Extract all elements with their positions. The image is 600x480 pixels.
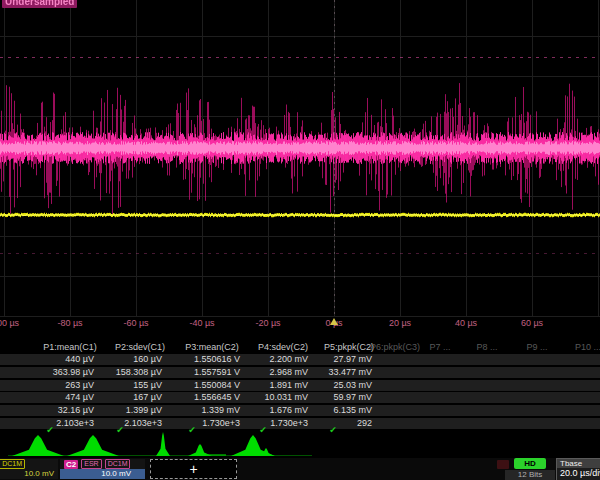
resolution-bits-label: 12 Bits	[505, 470, 555, 480]
timebase-title: Tbase	[557, 459, 600, 468]
oscilloscope-screen: Undersampled -100 µs-80 µs-60 µs-40 µs-2…	[0, 0, 600, 480]
measure-header[interactable]: P4:sdev(C2)	[258, 342, 308, 352]
measure-value: 1.730e+3	[270, 418, 308, 429]
measure-value: 2.103e+3	[124, 418, 162, 429]
measure-value: 167 µV	[133, 392, 162, 403]
hd-mode-badge[interactable]: HD	[514, 458, 546, 469]
channel-c2-descriptor[interactable]: C2 ESR DC1M 10.0 mV	[60, 459, 145, 479]
measure-value: 6.135 mV	[333, 405, 372, 416]
channel-c1-descriptor[interactable]: C1 DC1M 10.0 mV	[0, 459, 58, 479]
time-axis-label: -60 µs	[123, 318, 148, 328]
measure-value: 1.550084 V	[194, 380, 240, 391]
measure-value: 363.98 µV	[53, 367, 94, 378]
measure-row-sdev: 32.16 µV1.399 µV1.339 mV1.676 mV6.135 mV	[0, 405, 600, 416]
measure-row-num: 2.103e+32.103e+31.730e+31.730e+3292	[0, 418, 600, 429]
measure-value: 25.03 mV	[333, 380, 372, 391]
measure-value: 1.550616 V	[194, 354, 240, 365]
measure-value: 2.103e+3	[56, 418, 94, 429]
measure-header[interactable]: P1:mean(C1)	[43, 342, 97, 352]
measure-value: 10.031 mV	[264, 392, 308, 403]
time-axis-label: 40 µs	[455, 318, 477, 328]
measure-header-unused[interactable]: P9 ...	[526, 342, 547, 352]
plus-icon: +	[189, 462, 197, 476]
measure-header-unused[interactable]: P6:pkpk(C3)	[370, 342, 420, 352]
measure-header-unused[interactable]: P10 ...	[575, 342, 600, 352]
measure-value: 1.339 mV	[201, 405, 240, 416]
measure-value: 59.97 mV	[333, 392, 372, 403]
measure-row-min: 263 µV155 µV1.550084 V1.891 mV25.03 mV	[0, 380, 600, 391]
add-trace-button[interactable]: +	[150, 459, 237, 479]
descriptor-bar: C1 DC1M 10.0 mV C2 ESR DC1M 10.0 mV + HD…	[0, 458, 600, 480]
trigger-position-marker[interactable]	[330, 318, 338, 325]
indicator-unknown	[497, 460, 509, 469]
measure-value: 263 µV	[65, 380, 94, 391]
timebase-value: 20.0 µs/div	[557, 468, 600, 479]
measure-value: 1.676 mV	[269, 405, 308, 416]
c2-label: C2	[64, 460, 78, 469]
measure-value: 1.730e+3	[202, 418, 240, 429]
measure-header[interactable]: P3:mean(C2)	[185, 342, 239, 352]
c2-esr-badge: ESR	[81, 459, 101, 469]
measure-header-unused[interactable]: P8 ...	[476, 342, 497, 352]
measure-value: 27.97 mV	[333, 354, 372, 365]
measure-value: 2.200 mV	[269, 354, 308, 365]
time-axis-label: -80 µs	[57, 318, 82, 328]
measure-row-mean: 363.98 µV158.308 µV1.557591 V2.968 mV33.…	[0, 367, 600, 378]
measure-value: 158.308 µV	[116, 367, 162, 378]
time-axis-label: -100 µs	[0, 318, 19, 328]
measure-value: 474 µV	[65, 392, 94, 403]
measure-header-unused[interactable]: P7 ...	[429, 342, 450, 352]
waveform-grid[interactable]	[0, 0, 600, 317]
time-axis-label: -20 µs	[255, 318, 280, 328]
c1-vertical-scale: 10.0 mV	[0, 469, 58, 479]
measure-value: 32.16 µV	[58, 405, 94, 416]
measure-header[interactable]: P5:pkpk(C2)	[324, 342, 374, 352]
timebase-descriptor[interactable]: Tbase 20.0 µs/div	[556, 458, 600, 480]
c1-coupling-badge: DC1M	[0, 459, 25, 469]
time-axis-label: -40 µs	[189, 318, 214, 328]
measure-value: 1.556645 V	[194, 392, 240, 403]
measurement-histicons	[0, 432, 600, 458]
measure-value: 1.399 µV	[126, 405, 162, 416]
c2-vertical-scale: 10.0 mV	[60, 469, 145, 479]
time-axis-label: 60 µs	[521, 318, 543, 328]
measure-value: 1.557591 V	[194, 367, 240, 378]
time-axis-label: 20 µs	[389, 318, 411, 328]
measure-value: 155 µV	[133, 380, 162, 391]
undersampled-warning: Undersampled	[2, 0, 77, 8]
measure-value: 2.968 mV	[269, 367, 308, 378]
measure-value: 440 µV	[65, 354, 94, 365]
c2-coupling-badge: DC1M	[105, 459, 131, 469]
measure-value: 33.477 mV	[328, 367, 372, 378]
measure-row-max: 474 µV167 µV1.556645 V10.031 mV59.97 mV	[0, 392, 600, 403]
measure-value: 292	[357, 418, 372, 429]
measure-row-value: 440 µV160 µV1.550616 V2.200 mV27.97 mV	[0, 354, 600, 365]
measure-value: 160 µV	[133, 354, 162, 365]
measure-header[interactable]: P2:sdev(C1)	[115, 342, 165, 352]
measure-value: 1.891 mV	[269, 380, 308, 391]
